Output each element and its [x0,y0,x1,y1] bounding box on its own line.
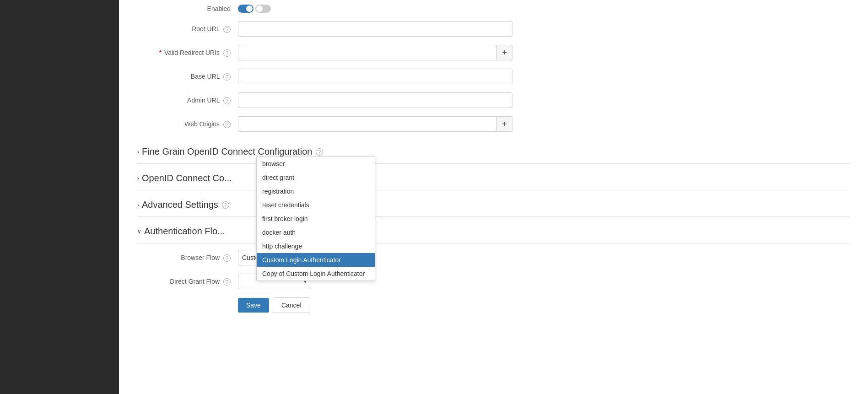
authentication-flow-title: Authentication Flo... [144,226,225,237]
web-origins-row: Web Origins ? + [137,116,850,132]
dropdown-item-direct-grant[interactable]: direct grant [257,171,375,184]
advanced-settings-help-icon[interactable]: ? [222,201,229,209]
web-origins-add-button[interactable]: + [497,116,512,132]
valid-redirect-uris-input-group: + [238,45,512,60]
enabled-label: Enabled [137,5,238,12]
authentication-flow-section[interactable]: ∨ Authentication Flo... [137,220,850,243]
admin-url-label: Admin URL ? [137,97,238,104]
browser-flow-dropdown-popup: browser direct grant registration reset … [256,157,375,281]
dropdown-item-http-challenge[interactable]: http challenge [257,239,375,253]
direct-grant-flow-label: Direct Grant Flow ? [137,278,238,286]
save-button[interactable]: Save [238,298,269,313]
advanced-settings-title: Advanced Settings [142,200,218,210]
base-url-label: Base URL ? [137,73,238,81]
base-url-help-icon[interactable]: ? [223,73,231,81]
direct-grant-flow-help-icon[interactable]: ? [223,278,231,286]
toggle-off-indicator[interactable] [255,5,271,13]
dropdown-item-browser[interactable]: browser [257,157,375,171]
dropdown-item-registration[interactable]: registration [257,184,375,198]
valid-redirect-uris-label: * Valid Redirect URIs ? [137,49,238,57]
dropdown-item-docker-auth[interactable]: docker auth [257,226,375,239]
authentication-flow-chevron-icon: ∨ [137,228,141,235]
openid-connect-chevron-icon: › [137,175,139,182]
dropdown-item-custom-login-authenticator[interactable]: Custom Login Authenticator [257,253,375,267]
admin-url-input[interactable] [238,92,512,108]
main-content: Enabled Root URL ? * Valid Redirect URIs… [119,0,868,394]
toggle-on-indicator[interactable] [238,5,253,13]
admin-url-row: Admin URL ? [137,92,850,108]
valid-redirect-uris-row: * Valid Redirect URIs ? + [137,45,850,60]
fine-grain-chevron-icon: › [137,149,139,155]
fine-grain-section[interactable]: › Fine Grain OpenID Connect Configuratio… [137,140,850,164]
web-origins-input-group: + [238,116,512,132]
web-origins-help-icon[interactable]: ? [223,121,231,128]
dropdown-item-first-broker-login[interactable]: first broker login [257,212,375,226]
fine-grain-help-icon[interactable]: ? [316,148,323,156]
browser-flow-label: Browser Flow ? [137,254,238,262]
openid-connect-section[interactable]: › OpenID Connect Co... [137,167,850,190]
cancel-button[interactable]: Cancel [273,297,310,313]
enabled-row: Enabled [137,5,850,13]
browser-flow-row: Browser Flow ? Custom Login Authenticato… [137,250,850,265]
sidebar [0,0,119,394]
root-url-help-icon[interactable]: ? [223,26,231,33]
root-url-input[interactable] [238,21,512,37]
valid-redirect-uris-add-button[interactable]: + [497,45,512,60]
openid-connect-title: OpenID Connect Co... [142,173,232,184]
dropdown-item-reset-credentials[interactable]: reset credentials [257,198,375,212]
advanced-settings-section[interactable]: › Advanced Settings ? browser direct gra… [137,193,850,217]
valid-redirect-uris-help-icon[interactable]: ? [223,49,231,57]
base-url-row: Base URL ? [137,69,850,84]
web-origins-label: Web Origins ? [137,120,238,128]
admin-url-help-icon[interactable]: ? [223,97,231,104]
web-origins-input[interactable] [238,116,497,132]
base-url-input[interactable] [238,69,512,84]
root-url-row: Root URL ? [137,21,850,37]
root-url-label: Root URL ? [137,25,238,33]
browser-flow-help-icon[interactable]: ? [223,254,231,262]
direct-grant-flow-row: Direct Grant Flow ? [137,274,850,289]
fine-grain-title: Fine Grain OpenID Connect Configuration [142,146,312,157]
valid-redirect-uris-input[interactable] [238,45,497,60]
form-buttons: Save Cancel [238,297,850,313]
dropdown-item-copy-of-custom-login-authenticator[interactable]: Copy of Custom Login Authenticator [257,267,375,281]
advanced-settings-chevron-icon: › [137,202,139,208]
enabled-toggle[interactable] [238,5,271,13]
